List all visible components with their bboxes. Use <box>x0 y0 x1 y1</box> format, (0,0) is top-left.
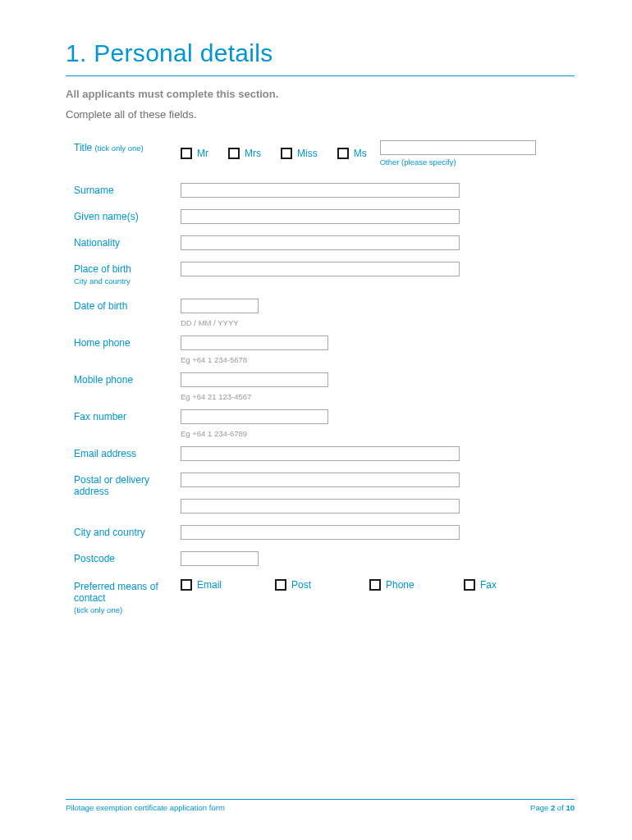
dob-hint: DD / MM / YYYY <box>181 318 239 327</box>
fax-input[interactable] <box>181 409 328 424</box>
footer-page-of: of <box>557 803 564 812</box>
postcode-row: Postcode <box>74 551 575 566</box>
given-label: Given name(s) <box>74 211 139 222</box>
mobile-phone-hint: Eg +64 21 123-4567 <box>181 392 251 401</box>
postcode-label: Postcode <box>74 553 115 564</box>
instruction-bold: All applicants must complete this sectio… <box>66 88 575 100</box>
dob-row: Date of birth DD / MM / YYYY <box>74 299 575 327</box>
contact-phone-label: Phone <box>386 579 414 591</box>
pob-input[interactable] <box>181 262 460 276</box>
home-phone-label: Home phone <box>74 337 131 349</box>
footer-page-indicator: Page 2 of 10 <box>530 803 575 812</box>
city-input[interactable] <box>181 525 460 540</box>
home-phone-input[interactable] <box>181 336 328 350</box>
title-label: Title <box>74 142 92 153</box>
instruction-sub: Complete all of these fields. <box>66 108 575 121</box>
section-heading: 1. Personal details <box>66 39 575 67</box>
title-other-hint: Other (please specify) <box>380 158 536 167</box>
postal-row: Postal or delivery address <box>74 472 575 514</box>
city-label: City and country <box>74 527 145 538</box>
contact-fax-checkbox[interactable] <box>464 579 475 591</box>
title-ms-checkbox[interactable] <box>337 148 349 159</box>
email-label: Email address <box>74 448 136 459</box>
contact-email-label: Email <box>197 579 222 591</box>
surname-input[interactable] <box>181 183 460 198</box>
contact-row: Preferred means of contact (tick only on… <box>74 579 575 614</box>
postcode-input[interactable] <box>181 551 259 566</box>
footer-rule <box>66 799 575 800</box>
title-ms-label: Ms <box>354 148 367 159</box>
fax-row: Fax number Eg +64 1 234-6789 <box>74 409 575 438</box>
mobile-phone-row: Mobile phone Eg +64 21 123-4567 <box>74 372 575 401</box>
title-mr-label: Mr <box>197 148 208 159</box>
contact-label: Preferred means of contact <box>74 581 158 604</box>
heading-rule <box>66 75 575 76</box>
fax-hint: Eg +64 1 234-6789 <box>181 429 247 438</box>
home-phone-row: Home phone Eg +64 1 234-5678 <box>74 336 575 364</box>
contact-post-label: Post <box>291 579 311 591</box>
fax-label: Fax number <box>74 411 126 422</box>
mobile-phone-input[interactable] <box>181 372 328 387</box>
title-other-input[interactable] <box>380 140 536 155</box>
postal-label: Postal or delivery address <box>74 474 149 497</box>
contact-fax-label: Fax <box>480 579 497 591</box>
given-row: Given name(s) <box>74 209 575 224</box>
title-mr-checkbox[interactable] <box>181 148 192 159</box>
title-miss-checkbox[interactable] <box>281 148 292 159</box>
mobile-phone-label: Mobile phone <box>74 374 133 386</box>
surname-label: Surname <box>74 185 114 196</box>
city-row: City and country <box>74 525 575 540</box>
pob-label: Place of birth <box>74 263 131 275</box>
pob-sublabel: City and country <box>74 276 181 285</box>
dob-label: Date of birth <box>74 300 127 312</box>
footer-page-num: 2 <box>551 803 555 812</box>
contact-email-checkbox[interactable] <box>181 579 192 591</box>
email-input[interactable] <box>181 446 460 461</box>
pob-row: Place of birth City and country <box>74 262 575 285</box>
title-mrs-label: Mrs <box>245 148 261 159</box>
page-footer: Pilotage exemption certificate applicati… <box>66 799 575 812</box>
surname-row: Surname <box>74 183 575 198</box>
contact-tick-hint: (tick only one) <box>74 605 181 614</box>
given-input[interactable] <box>181 209 460 224</box>
title-row: Title (tick only one) Mr Mrs Miss <box>74 140 575 167</box>
nationality-label: Nationality <box>74 237 120 249</box>
footer-page-word: Page <box>530 803 548 812</box>
title-mrs-checkbox[interactable] <box>228 148 240 159</box>
email-row: Email address <box>74 446 575 461</box>
postal-input-2[interactable] <box>181 499 460 514</box>
nationality-input[interactable] <box>181 235 460 250</box>
title-miss-label: Miss <box>297 148 318 159</box>
footer-form-title: Pilotage exemption certificate applicati… <box>66 803 225 812</box>
home-phone-hint: Eg +64 1 234-5678 <box>181 355 247 364</box>
dob-input[interactable] <box>181 299 259 313</box>
title-tick-hint: (tick only one) <box>95 144 144 153</box>
contact-phone-checkbox[interactable] <box>369 579 381 591</box>
postal-input-1[interactable] <box>181 472 460 487</box>
contact-post-checkbox[interactable] <box>275 579 286 591</box>
footer-page-total: 10 <box>566 803 575 812</box>
nationality-row: Nationality <box>74 235 575 250</box>
